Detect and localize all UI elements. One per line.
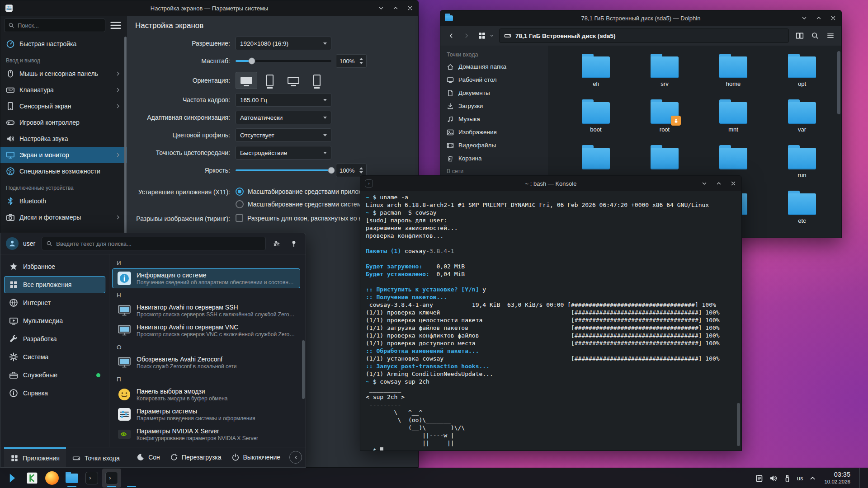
chevron-down-icon[interactable] (489, 33, 495, 38)
orientation-landscape-button[interactable] (236, 72, 257, 89)
sidebar-item-touchscreen[interactable]: Сенсорный экран (0, 98, 127, 114)
tearing-checkbox[interactable]: Разрешить для окон, распахнутых во в… (236, 214, 368, 222)
resolution-select[interactable]: 868×488 (16:9) (236, 37, 331, 50)
split-view-button[interactable] (793, 29, 806, 42)
spinbox-arrows[interactable] (359, 167, 363, 174)
category-info[interactable]: Справка (4, 385, 105, 402)
orientation-portrait-flipped-button[interactable] (306, 72, 328, 89)
category-toolbox[interactable]: Служебные (4, 366, 105, 384)
adaptive-sync-select[interactable]: Автоматически (236, 111, 331, 124)
category-wrench[interactable]: Разработка (4, 330, 105, 347)
minimize-icon[interactable] (377, 5, 385, 12)
menu-button[interactable] (824, 29, 837, 42)
launcher-scrollbar[interactable] (302, 340, 305, 399)
dolphin-titlebar[interactable]: 78,1 ГиБ Встроенный диск (sda5) — Dolphi… (440, 10, 841, 26)
task-dolphin[interactable] (62, 469, 81, 488)
sidebar-item-camera[interactable]: Диски и фотокамеры (0, 209, 127, 225)
konsole-scrollbar[interactable] (737, 403, 740, 446)
expand-tray-icon[interactable] (808, 474, 817, 483)
dolphin-scrollbar[interactable] (837, 51, 840, 114)
task-firefox[interactable] (42, 469, 61, 488)
place-download[interactable]: Загрузки (440, 99, 548, 113)
orientation-landscape-flipped-button[interactable] (283, 72, 304, 89)
sidebar-item-speaker[interactable]: Настройка звука (0, 131, 127, 147)
app-item[interactable]: Обозреватель Avahi ZeroconfПоиск служб Z… (112, 352, 300, 372)
back-button[interactable] (445, 29, 458, 42)
app-item[interactable]: Панель выбора эмодзиКопировать эмодзи в … (112, 385, 300, 404)
folder-var[interactable]: var (768, 99, 836, 144)
folder-boot[interactable]: boot (561, 99, 630, 144)
place-film[interactable]: Видеофайлы (440, 139, 548, 152)
pin-button[interactable] (288, 237, 300, 250)
hamburger-menu-icon[interactable] (108, 19, 123, 32)
view-mode-button[interactable] (476, 29, 488, 42)
volume-icon[interactable] (769, 474, 778, 483)
sleep-button[interactable]: Сон (132, 450, 165, 465)
app-item[interactable]: Информация о системеПолучение сведений о… (112, 268, 300, 288)
close-icon[interactable] (830, 14, 837, 22)
scale-spinbox[interactable]: 100% (336, 54, 367, 68)
folder-mnt[interactable]: mnt (699, 99, 768, 144)
sidebar-item-gamepad[interactable]: Игровой контроллер (0, 114, 127, 131)
task-konsole[interactable]: ›_ (82, 469, 101, 488)
category-grid[interactable]: Все приложения (4, 276, 105, 293)
place-trash[interactable]: Корзина (440, 152, 548, 165)
task-kate[interactable] (23, 469, 42, 488)
avatar[interactable] (6, 237, 19, 250)
settings-search-input[interactable]: Поиск... (4, 19, 105, 32)
clipboard-icon[interactable] (755, 474, 764, 483)
place-image[interactable]: Изображения (440, 126, 548, 139)
legacy-scaling-apps-radio[interactable]: Масштабирование средствами прилож… (236, 188, 369, 196)
konsole-titlebar[interactable]: › ~ : bash — Konsole (360, 176, 741, 191)
digital-clock[interactable]: 03:35 10.02.2026 (824, 471, 850, 485)
forward-button[interactable] (460, 29, 473, 42)
folder-etc[interactable]: etc (768, 190, 836, 235)
tab-places[interactable]: Точки входа (66, 447, 126, 467)
orientation-portrait-button[interactable] (259, 72, 281, 89)
place-file[interactable]: Документы (440, 86, 548, 99)
category-globe[interactable]: Интернет (4, 294, 105, 311)
place-home[interactable]: Домашняя папка (440, 60, 548, 73)
place-monitor[interactable]: Рабочий стол (440, 73, 548, 86)
task-system-settings[interactable] (122, 469, 141, 488)
color-profile-select[interactable]: Отсутствует (236, 128, 331, 142)
sidebar-item-monitor[interactable]: Экран и монитор (0, 147, 127, 163)
refresh-rate-select[interactable]: 165.00 Гц (236, 93, 331, 107)
keyboard-layout-indicator[interactable]: us (797, 475, 803, 482)
app-item[interactable]: Навигатор Avahi по серверам SSHПросмотр … (112, 300, 300, 320)
tab-applications[interactable]: Приложения (4, 447, 66, 467)
configure-button[interactable] (270, 237, 283, 250)
legacy-scaling-system-radio[interactable]: Масштабирование средствами систем… (236, 200, 369, 208)
maximize-icon[interactable] (392, 5, 399, 12)
close-icon[interactable] (406, 5, 414, 12)
folder-root[interactable]: root (630, 99, 699, 144)
folder-run[interactable]: run (768, 144, 836, 190)
task-app-launcher[interactable] (3, 469, 22, 488)
maximize-icon[interactable] (815, 14, 822, 22)
maximize-icon[interactable] (715, 180, 722, 187)
brightness-slider[interactable] (236, 164, 331, 177)
sidebar-item-mouse[interactable]: Мышь и сенсорная панель (0, 66, 127, 82)
settings-titlebar[interactable]: Настройка экранов — Параметры системы (0, 0, 418, 16)
spinbox-arrows[interactable] (359, 58, 363, 64)
category-gear[interactable]: Система (4, 348, 105, 366)
category-star[interactable]: Избранное (4, 258, 105, 275)
usb-icon[interactable] (783, 474, 792, 483)
folder-srv[interactable]: srv (630, 53, 699, 99)
search-button[interactable] (809, 29, 821, 42)
show-desktop-button[interactable] (859, 468, 862, 488)
place-note[interactable]: Музыка (440, 113, 548, 126)
session-switcher-button[interactable] (289, 451, 302, 464)
restart-button[interactable]: Перезагрузка (165, 450, 226, 465)
slider-handle[interactable] (249, 58, 255, 65)
app-item[interactable]: Параметры NVIDIA X ServerКонфигурировани… (112, 424, 300, 444)
minimize-icon[interactable] (801, 14, 808, 22)
close-icon[interactable] (730, 180, 737, 187)
color-accuracy-select[interactable]: Быстродействие (236, 146, 331, 160)
folder-efi[interactable]: efi (561, 53, 630, 99)
sidebar-item-accessibility[interactable]: Специальные возможности (0, 163, 127, 179)
folder-opt[interactable]: opt (768, 53, 836, 99)
sidebar-item-bluetooth[interactable]: Bluetooth (0, 193, 127, 209)
app-item[interactable]: Навигатор Avahi по серверам VNCПросмотр … (112, 320, 300, 340)
sidebar-item-speedometer[interactable]: Быстрая настройка (0, 36, 127, 52)
